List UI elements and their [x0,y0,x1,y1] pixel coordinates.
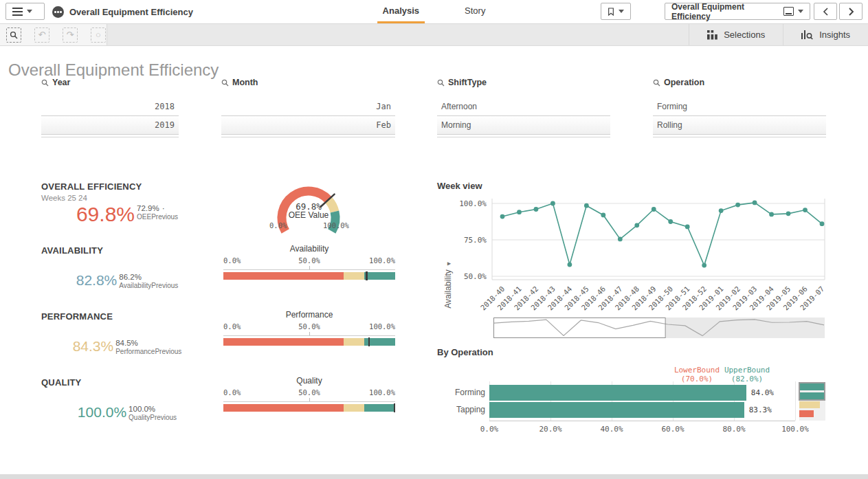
sheet-selector-button[interactable]: Overall Equipment Efficiency [665,3,810,20]
minimap-window[interactable] [799,382,825,401]
filter-title: Operation [664,78,704,87]
data-point-2018-42[interactable] [534,207,539,212]
kpi-title-performance: PERFORMANCE [41,311,113,322]
axis-mid-tick [309,332,310,335]
data-point-2019-04[interactable] [769,212,774,217]
bullet-range-segment [344,338,364,346]
data-point-2018-45[interactable] [584,203,589,208]
filter-value-rolling[interactable]: Rolling [653,116,826,135]
data-point-2018-44[interactable] [567,263,572,267]
legend-name: UpperBound [716,366,778,375]
insights-button[interactable]: Insights [783,24,868,45]
data-point-2018-47[interactable] [618,237,623,242]
data-point-2019-01[interactable] [719,208,724,213]
tab-analysis[interactable]: Analysis [377,0,425,23]
bar-forming[interactable] [489,385,746,401]
bullet-bar[interactable] [223,404,395,412]
filter-value-jan[interactable]: Jan [221,98,395,116]
bookmark-button[interactable] [601,3,631,20]
bullet-bar[interactable] [223,338,395,346]
data-point-2018-50[interactable] [668,219,673,224]
bullet-axis-line [223,397,395,402]
weekview-line-chart[interactable]: 100.0%75.0%50.0%2018-402018-412018-42201… [433,196,832,318]
data-point-2019-02[interactable] [735,203,740,208]
filter-value-feb[interactable]: Feb [221,116,395,135]
data-point-2018-49[interactable] [652,207,656,212]
data-point-2018-43[interactable] [550,201,555,206]
filter-scroll-stub [41,135,179,137]
axis-mid-tick [309,266,310,269]
filter-label[interactable]: Month [221,77,395,88]
filter-value-morning[interactable]: Morning [437,116,610,135]
bullet-axis-ticks: 0.0%50.0%100.0% [223,388,395,397]
category-label-forming[interactable]: Forming [433,388,485,397]
undo-icon: ↶ [38,30,46,39]
search-icon [221,79,229,87]
data-point-2018-46[interactable] [601,213,605,218]
weekview-range-navigator[interactable] [493,318,825,339]
kpi-quality[interactable]: 100.0% 100.0% QualityPrevious [38,404,216,421]
filter-value-2019[interactable]: 2019 [41,116,179,135]
filter-list: 20182019 [41,98,179,137]
smart-search-button[interactable] [6,27,21,43]
global-menu-button[interactable] [5,3,45,20]
x-tick-label: 100.0% [781,425,809,434]
redo-icon: ↷ [67,30,74,39]
top-bar: Overall Equipment Efficiency Analysis St… [0,0,868,24]
data-point-2018-48[interactable] [634,223,639,227]
tab-story[interactable]: Story [459,0,491,23]
redo-selection-button[interactable]: ↷ [63,27,78,43]
data-point-2019-05[interactable] [786,211,791,216]
data-point-2018-52[interactable] [702,263,706,268]
data-point-2019-06[interactable] [803,208,808,212]
clear-selections-button[interactable]: ○ [91,27,106,43]
filter-value-2018[interactable]: 2018 [41,98,179,116]
data-point-2019-03[interactable] [753,201,757,205]
bullet-bar[interactable] [223,272,395,280]
filter-label[interactable]: Operation [653,77,826,88]
filter-title: Year [52,78,70,87]
kpi-performance[interactable]: 84.3% 84.5% PerformancePrevious [38,338,216,355]
chevron-right-icon [848,8,854,16]
filter-value-afternoon[interactable]: Afternoon [437,98,610,116]
kpi-title-quality: QUALITY [41,377,81,388]
filterbox-operation: OperationFormingRolling [653,77,826,137]
bullet-axis-line [223,265,395,270]
filter-list: JanFeb [221,98,395,137]
byoperation-bar-chart[interactable]: 0.0%20.0%40.0%60.0%80.0%100.0%Forming84.… [433,381,832,447]
filter-value-forming[interactable]: Forming [653,98,826,116]
navigator-window[interactable] [494,318,666,338]
bullet-axis-ticks: 0.0%50.0%100.0% [223,322,395,331]
kpi-previous: 84.5% PerformancePrevious [115,338,181,355]
data-point-2018-51[interactable] [685,225,690,230]
kpi-overall-efficiency[interactable]: 69.8% 72.9%· OEEPrevious [38,203,216,225]
minimap-bar [799,401,820,408]
filterbox-month: MonthJanFeb [221,77,395,137]
data-point-2019-07[interactable] [820,221,825,226]
undo-selection-button[interactable]: ↶ [34,27,49,43]
tick-label: 50.0% [298,322,320,331]
bar-tapping[interactable] [489,402,744,418]
performance-bullet-chart[interactable]: Performance 0.0%50.0%100.0% [223,310,395,346]
byoperation-title: By Operation [437,347,493,357]
quality-bullet-chart[interactable]: Quality 0.0%50.0%100.0% [223,376,395,412]
tick-label: 50.0% [298,256,320,265]
y-tick-label: 100.0% [459,199,487,208]
kpi-availability[interactable]: 82.8% 86.2% AvailabilityPrevious [38,272,216,289]
data-point-2018-40[interactable] [500,214,505,219]
tick-label: 0.0% [223,256,241,265]
filter-label[interactable]: ShiftType [437,77,610,88]
availability-bullet-chart[interactable]: Availability 0.0%50.0%100.0% [223,244,395,280]
filter-list: AfternoonMorning [437,98,610,137]
filterbox-shifttype: ShiftTypeAfternoonMorning [437,77,610,137]
bar-chart-minimap[interactable] [799,382,825,421]
prev-sheet-button[interactable] [814,3,837,20]
kpi-previous: 100.0% QualityPrevious [129,404,177,421]
selections-button[interactable]: Selections [689,24,783,45]
data-point-2018-41[interactable] [517,210,522,214]
category-label-tapping[interactable]: Tapping [433,405,485,414]
filter-label[interactable]: Year [41,77,179,88]
hamburger-icon [12,8,23,16]
selections-label: Selections [724,30,765,40]
next-sheet-button[interactable] [839,3,863,20]
